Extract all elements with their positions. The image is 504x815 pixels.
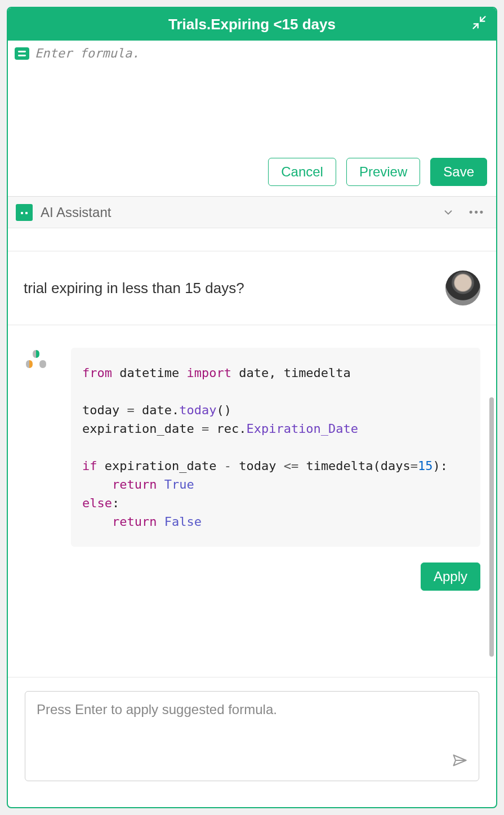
assistant-message: from datetime import date, timedelta tod…	[8, 325, 496, 556]
chat-input-box[interactable]	[25, 691, 479, 781]
panel-title: Trials.Expiring <15 days	[168, 16, 336, 33]
formula-equals-icon	[15, 47, 29, 60]
more-icon[interactable]: •••	[466, 203, 488, 222]
assistant-bar-label: AI Assistant	[41, 205, 431, 220]
user-message-text: trial expiring in less than 15 days?	[24, 280, 244, 297]
svg-rect-5	[21, 207, 23, 209]
grist-logo-icon	[24, 348, 48, 373]
panel-header: Trials.Expiring <15 days	[8, 8, 496, 41]
chevron-down-icon[interactable]	[439, 203, 458, 222]
formula-input[interactable]	[35, 46, 489, 136]
chat-input-section	[8, 677, 496, 807]
svg-rect-6	[25, 207, 27, 209]
svg-rect-1	[18, 55, 26, 56]
svg-rect-4	[25, 212, 28, 214]
svg-rect-2	[19, 210, 29, 217]
scrollbar[interactable]	[489, 397, 494, 657]
apply-button[interactable]: Apply	[421, 562, 480, 591]
avatar	[445, 271, 480, 305]
chat-input[interactable]	[37, 702, 467, 758]
save-button[interactable]: Save	[430, 158, 487, 186]
svg-rect-0	[18, 51, 26, 52]
assistant-bar: AI Assistant •••	[8, 197, 496, 228]
robot-icon	[16, 204, 33, 221]
formula-editor-panel: Trials.Expiring <15 days Cancel Preview	[7, 7, 497, 808]
send-icon[interactable]	[452, 752, 467, 770]
code-block: from datetime import date, timedelta tod…	[71, 348, 480, 547]
preview-button[interactable]: Preview	[346, 158, 420, 186]
user-message: trial expiring in less than 15 days?	[8, 251, 496, 325]
collapse-icon[interactable]	[470, 14, 488, 32]
svg-rect-3	[21, 212, 23, 214]
cancel-button[interactable]: Cancel	[268, 158, 336, 186]
formula-area: Cancel Preview Save	[8, 41, 496, 197]
chat-area: trial expiring in less than 15 days? fro…	[8, 228, 496, 677]
